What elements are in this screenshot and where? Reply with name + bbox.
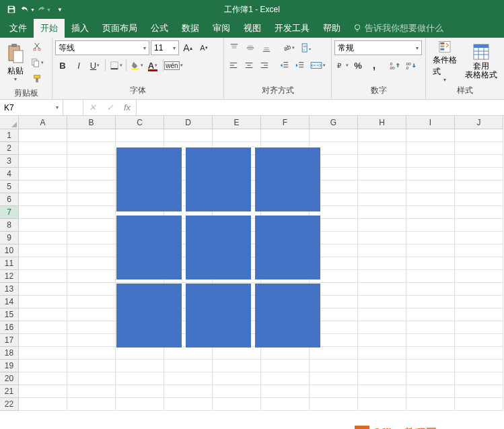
cell[interactable] — [67, 308, 116, 321]
cell[interactable] — [455, 321, 503, 334]
cell[interactable] — [406, 142, 455, 155]
cell[interactable] — [164, 398, 213, 411]
cell[interactable] — [358, 155, 406, 168]
cell[interactable] — [19, 142, 67, 155]
cell[interactable] — [455, 129, 503, 142]
row-header[interactable]: 14 — [0, 296, 19, 308]
cell[interactable] — [19, 206, 67, 219]
cell[interactable] — [406, 206, 455, 219]
cell[interactable] — [67, 398, 116, 411]
cell[interactable] — [406, 334, 455, 347]
tab-view[interactable]: 视图 — [237, 19, 268, 38]
enter-formula-button[interactable]: ✓ — [101, 102, 118, 112]
format-painter-button[interactable] — [30, 71, 44, 86]
cell[interactable] — [358, 142, 406, 155]
cell[interactable] — [310, 360, 358, 372]
cell[interactable] — [358, 180, 406, 193]
column-header[interactable]: H — [358, 116, 406, 129]
rectangle-shape[interactable] — [186, 147, 251, 211]
cell[interactable] — [19, 180, 67, 193]
font-name-combo[interactable]: 等线▾ — [55, 40, 149, 55]
column-header[interactable]: J — [455, 116, 503, 129]
rectangle-shape[interactable] — [255, 147, 320, 211]
align-middle-button[interactable] — [243, 40, 258, 55]
align-top-button[interactable] — [227, 40, 242, 55]
cell[interactable] — [213, 360, 261, 372]
cell[interactable] — [455, 180, 503, 193]
column-header[interactable]: D — [164, 116, 213, 129]
table-format-button[interactable]: 套用 表格格式 — [461, 39, 501, 84]
cell[interactable] — [455, 193, 503, 206]
decrease-decimal-button[interactable]: .00.0 — [403, 58, 418, 73]
bold-button[interactable]: B — [55, 58, 70, 73]
font-color-button[interactable]: A▾ — [145, 58, 160, 73]
cell[interactable] — [67, 372, 116, 385]
tab-data[interactable]: 数据 — [175, 19, 206, 38]
tab-home[interactable]: 开始 — [34, 19, 65, 38]
cell[interactable] — [358, 168, 406, 180]
font-size-combo[interactable]: 11▾ — [151, 40, 179, 55]
row-header[interactable]: 3 — [0, 155, 19, 168]
column-header[interactable]: B — [67, 116, 116, 129]
cell[interactable] — [310, 347, 358, 360]
comma-button[interactable]: , — [367, 58, 382, 73]
increase-indent-button[interactable] — [293, 58, 307, 73]
tab-review[interactable]: 审阅 — [206, 19, 237, 38]
column-header[interactable]: G — [310, 116, 358, 129]
rectangle-shape[interactable] — [255, 284, 320, 348]
tab-file[interactable]: 文件 — [3, 19, 34, 38]
cell[interactable] — [213, 372, 261, 385]
cell[interactable] — [164, 347, 213, 360]
cell[interactable] — [358, 308, 406, 321]
cell[interactable] — [406, 283, 455, 296]
cell[interactable] — [67, 142, 116, 155]
tab-layout[interactable]: 页面布局 — [96, 19, 144, 38]
cell[interactable] — [406, 270, 455, 283]
cell[interactable] — [310, 385, 358, 398]
phonetic-button[interactable]: wén▾ — [166, 58, 181, 73]
fx-button[interactable]: fx — [118, 102, 136, 112]
cell[interactable] — [19, 308, 67, 321]
cell[interactable] — [455, 142, 503, 155]
cell[interactable] — [67, 193, 116, 206]
cell[interactable] — [406, 155, 455, 168]
cell[interactable] — [67, 334, 116, 347]
cell[interactable] — [358, 219, 406, 232]
cell[interactable] — [164, 385, 213, 398]
tell-me-search[interactable]: 告诉我你想要做什么 — [347, 19, 449, 38]
cell[interactable] — [19, 334, 67, 347]
cell[interactable] — [19, 257, 67, 270]
cell[interactable] — [358, 206, 406, 219]
cell[interactable] — [358, 334, 406, 347]
column-header[interactable]: C — [116, 116, 164, 129]
cell[interactable] — [261, 360, 310, 372]
cell[interactable] — [67, 257, 116, 270]
cell[interactable] — [213, 347, 261, 360]
cell[interactable] — [164, 372, 213, 385]
accounting-button[interactable]: ₽▾ — [334, 58, 349, 73]
row-header[interactable]: 22 — [0, 398, 19, 411]
row-header[interactable]: 17 — [0, 334, 19, 347]
cell[interactable] — [406, 219, 455, 232]
align-left-button[interactable] — [227, 58, 241, 73]
cell[interactable] — [67, 129, 116, 142]
column-header[interactable]: E — [213, 116, 261, 129]
row-header[interactable]: 20 — [0, 372, 19, 385]
cut-button[interactable] — [30, 39, 44, 54]
cell[interactable] — [261, 347, 310, 360]
qat-customize[interactable]: ▼ — [52, 2, 67, 17]
row-header[interactable]: 18 — [0, 347, 19, 360]
tab-formulas[interactable]: 公式 — [144, 19, 175, 38]
cell[interactable] — [19, 219, 67, 232]
cell[interactable] — [19, 155, 67, 168]
row-header[interactable]: 4 — [0, 168, 19, 180]
rectangle-shape[interactable] — [116, 284, 182, 348]
cell[interactable] — [67, 321, 116, 334]
number-format-combo[interactable]: 常规▾ — [334, 40, 422, 55]
formula-input[interactable] — [137, 100, 504, 115]
cell[interactable] — [213, 385, 261, 398]
cell[interactable] — [455, 334, 503, 347]
cell[interactable] — [116, 347, 164, 360]
cell[interactable] — [358, 270, 406, 283]
increase-decimal-button[interactable]: .0.00 — [387, 58, 402, 73]
